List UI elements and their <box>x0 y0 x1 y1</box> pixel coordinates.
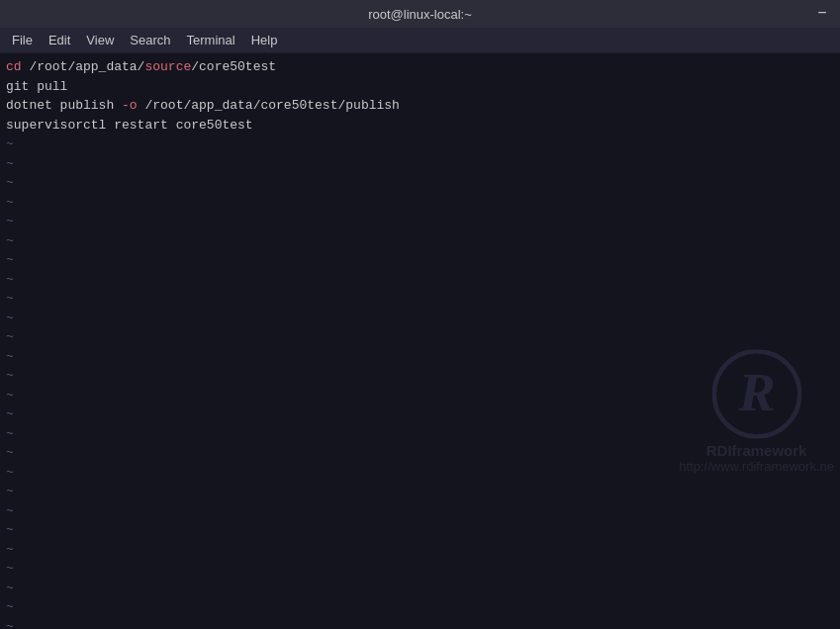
empty-line: ~ <box>6 366 834 386</box>
terminal-line-4: supervisorctl restart core50test <box>6 116 834 135</box>
empty-line: ~ <box>6 193 834 213</box>
empty-line: ~ <box>6 250 834 270</box>
window-controls: − <box>812 4 832 24</box>
title-bar: root@linux-local:~ − <box>0 0 840 28</box>
empty-line: ~ <box>6 579 834 598</box>
empty-line: ~ <box>6 212 834 231</box>
empty-line: ~ <box>6 540 834 560</box>
empty-line: ~ <box>6 617 834 630</box>
empty-line: ~ <box>6 231 834 251</box>
empty-line: ~ <box>6 404 834 424</box>
menu-edit[interactable]: Edit <box>41 31 78 49</box>
terminal-content: cd /root/app_data/source/core50test git … <box>6 57 834 629</box>
terminal-line-1: cd /root/app_data/source/core50test <box>6 57 834 77</box>
empty-line: ~ <box>6 386 834 405</box>
empty-line: ~ <box>6 347 834 367</box>
empty-line: ~ <box>6 154 834 174</box>
empty-line: ~ <box>6 520 834 540</box>
empty-line: ~ <box>6 559 834 579</box>
menu-help[interactable]: Help <box>243 31 286 49</box>
empty-line: ~ <box>6 135 834 154</box>
terminal-line-3: dotnet publish -o /root/app_data/core50t… <box>6 96 834 116</box>
empty-line: ~ <box>6 463 834 483</box>
empty-line: ~ <box>6 501 834 521</box>
empty-line: ~ <box>6 309 834 328</box>
empty-line: ~ <box>6 597 834 617</box>
terminal-line-2: git pull <box>6 77 834 97</box>
empty-line: ~ <box>6 289 834 309</box>
menu-bar: File Edit View Search Terminal Help <box>0 28 840 53</box>
window-title: root@linux-local:~ <box>368 7 472 22</box>
empty-line: ~ <box>6 443 834 463</box>
empty-line: ~ <box>6 173 834 193</box>
menu-terminal[interactable]: Terminal <box>179 31 243 49</box>
minimize-button[interactable]: − <box>812 4 832 24</box>
empty-line: ~ <box>6 424 834 444</box>
empty-line: ~ <box>6 482 834 501</box>
menu-view[interactable]: View <box>78 31 122 49</box>
terminal-body[interactable]: cd /root/app_data/source/core50test git … <box>0 53 840 629</box>
menu-search[interactable]: Search <box>122 31 178 49</box>
empty-line: ~ <box>6 270 834 290</box>
empty-line: ~ <box>6 327 834 347</box>
menu-file[interactable]: File <box>4 31 41 49</box>
